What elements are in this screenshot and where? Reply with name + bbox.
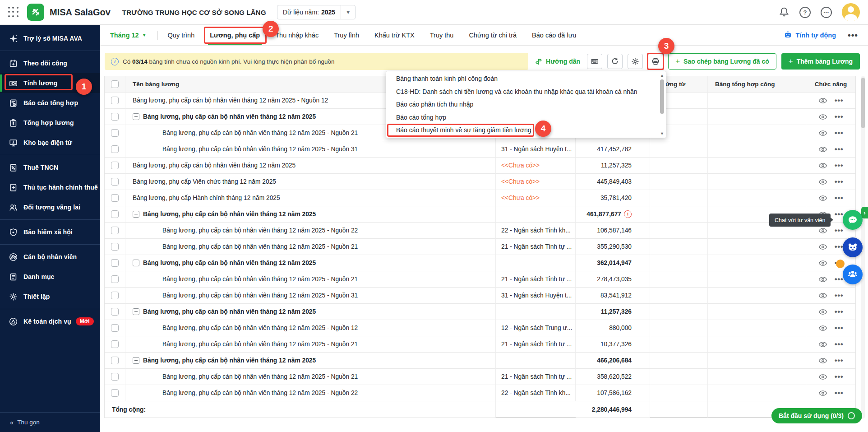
- row-checkbox[interactable]: [111, 97, 119, 104]
- row-more-icon[interactable]: •••: [835, 293, 843, 298]
- menu-item-3[interactable]: Báo cáo tổng hợp: [386, 111, 666, 124]
- row-more-icon[interactable]: •••: [835, 180, 843, 184]
- row-checkbox[interactable]: [111, 373, 119, 381]
- table-row-3[interactable]: Bảng lương, phụ cấp cán bộ nhân viên thá…: [105, 141, 855, 158]
- row-more-icon[interactable]: •••: [835, 391, 843, 395]
- collapse-minus-icon[interactable]: [133, 308, 139, 315]
- table-row-7[interactable]: Bảng lương, phụ cấp cán bộ nhân viên thá…: [105, 206, 855, 223]
- tab-5[interactable]: Truy thu: [430, 26, 454, 44]
- table-row-15[interactable]: Bảng lương, phụ cấp cán bộ nhân viên thá…: [105, 336, 855, 353]
- row-checkbox[interactable]: [111, 389, 119, 397]
- menu-scrollbar[interactable]: ▲ ▼: [659, 73, 665, 136]
- user-avatar[interactable]: [842, 3, 860, 21]
- sidebar-item-2[interactable]: Tính lương1: [0, 73, 100, 93]
- view-eye-icon[interactable]: [818, 130, 827, 136]
- row-more-icon[interactable]: •••: [835, 310, 843, 314]
- menu-item-4[interactable]: Báo cáo thuyết minh về sự tăng giảm tiền…: [386, 124, 666, 137]
- menu-item-0[interactable]: Bảng thanh toán kinh phí công đoàn: [386, 72, 666, 85]
- copy-payroll-button[interactable]: + Sao chép bảng Lương đã có: [668, 53, 776, 70]
- scroll-up-icon[interactable]: ▲: [659, 73, 665, 78]
- table-row-14[interactable]: Bảng lương, phụ cấp cán bộ nhân viên thá…: [105, 320, 855, 336]
- row-more-icon[interactable]: •••: [835, 98, 843, 103]
- view-eye-icon[interactable]: [818, 228, 827, 234]
- row-checkbox[interactable]: [111, 162, 119, 169]
- table-row-6[interactable]: Bảng lương, phụ cấp Hành chính tháng 12 …: [105, 190, 855, 206]
- chat-support-button[interactable]: [843, 210, 863, 230]
- tab-overflow-icon[interactable]: •••: [848, 30, 858, 40]
- view-eye-icon[interactable]: [818, 276, 827, 283]
- sidebar-item-6[interactable]: Thuế TNCN: [0, 158, 100, 177]
- tab-7[interactable]: Báo cáo đã lưu: [532, 26, 576, 44]
- view-eye-icon[interactable]: [818, 146, 827, 153]
- sidebar-item-7[interactable]: Thủ tục hành chính thuế: [0, 177, 100, 197]
- view-eye-icon[interactable]: [818, 260, 827, 266]
- row-more-icon[interactable]: •••: [835, 358, 843, 363]
- notification-bell-icon[interactable]: [779, 7, 790, 18]
- start-using-button[interactable]: Bắt đầu sử dụng (0/3): [771, 408, 862, 423]
- view-eye-icon[interactable]: [818, 293, 827, 299]
- tab-1[interactable]: Lương, phụ cấp2: [210, 26, 260, 44]
- table-row-16[interactable]: Bảng lương, phụ cấp cán bộ nhân viên thá…: [105, 353, 855, 369]
- sidebar-item-11[interactable]: Danh mục: [0, 267, 100, 287]
- guide-button[interactable]: Hướng dẫn: [535, 58, 580, 65]
- expand-panel-tab[interactable]: ›: [861, 207, 868, 218]
- row-more-icon[interactable]: •••: [835, 163, 843, 168]
- sidebar-item-5[interactable]: Kho bạc điện tử: [0, 133, 100, 153]
- sidebar-item-0[interactable]: Trợ lý số MISA AVA: [0, 28, 100, 48]
- scroll-down-icon[interactable]: ▼: [659, 131, 665, 136]
- row-checkbox[interactable]: [111, 194, 119, 202]
- ava-bot-button[interactable]: [843, 237, 863, 257]
- table-row-10[interactable]: Bảng lương, phụ cấp cán bộ nhân viên thá…: [105, 255, 855, 271]
- row-checkbox[interactable]: [111, 113, 119, 121]
- sidebar-item-10[interactable]: Cán bộ nhân viên: [0, 247, 100, 267]
- tab-3[interactable]: Truy lĩnh: [334, 26, 359, 44]
- view-eye-icon[interactable]: [818, 114, 827, 120]
- row-checkbox[interactable]: [111, 210, 119, 218]
- view-eye-icon[interactable]: [818, 98, 827, 104]
- settings-button[interactable]: [628, 54, 643, 69]
- more-options-icon[interactable]: ⋯: [821, 7, 832, 18]
- row-checkbox[interactable]: [111, 357, 119, 364]
- view-eye-icon[interactable]: [818, 341, 827, 348]
- menu-item-2[interactable]: Báo cáo phân tích thu nhập: [386, 98, 666, 111]
- refresh-button[interactable]: [607, 54, 623, 69]
- row-more-icon[interactable]: •••: [835, 115, 843, 119]
- menu-item-1[interactable]: C18-HD: Danh sách chi tiền lương và các …: [386, 85, 666, 98]
- view-eye-icon[interactable]: [818, 309, 827, 315]
- row-checkbox[interactable]: [111, 340, 119, 348]
- collapse-minus-icon[interactable]: [133, 260, 139, 266]
- collapse-minus-icon[interactable]: [133, 211, 139, 218]
- sidebar-item-3[interactable]: Báo cáo tổng hợp: [0, 93, 100, 113]
- view-eye-icon[interactable]: [818, 358, 827, 364]
- sidebar-item-12[interactable]: Thiết lập: [0, 287, 100, 307]
- row-checkbox[interactable]: [111, 292, 119, 299]
- view-eye-icon[interactable]: [818, 390, 827, 396]
- row-more-icon[interactable]: •••: [835, 326, 843, 330]
- tab-4[interactable]: Khấu trừ KTX: [374, 26, 415, 44]
- tab-6[interactable]: Chứng từ chi trả: [469, 26, 517, 44]
- select-all-checkbox[interactable]: [111, 80, 119, 88]
- table-row-11[interactable]: Bảng lương, phụ cấp cán bộ nhân viên thá…: [105, 271, 855, 288]
- add-payroll-button[interactable]: + Thêm bảng Lương: [781, 53, 860, 70]
- collapse-minus-icon[interactable]: [133, 357, 139, 364]
- row-checkbox[interactable]: [111, 275, 119, 283]
- view-eye-icon[interactable]: [818, 179, 827, 185]
- tab-0[interactable]: Quy trình: [168, 26, 195, 44]
- sidebar-collapse-button[interactable]: « Thu gọn: [0, 412, 100, 432]
- table-row-17[interactable]: Bảng lương, phụ cấp cán bộ nhân viên thá…: [105, 369, 855, 385]
- sidebar-item-13[interactable]: Kế toán dịch vụMới: [0, 311, 100, 331]
- row-more-icon[interactable]: •••: [835, 212, 843, 217]
- row-checkbox[interactable]: [111, 227, 119, 234]
- row-more-icon[interactable]: •••: [835, 228, 843, 233]
- view-eye-icon[interactable]: [818, 195, 827, 201]
- row-more-icon[interactable]: •••: [835, 375, 843, 379]
- row-checkbox[interactable]: [111, 259, 119, 267]
- month-selector[interactable]: Tháng 12 ▼: [110, 32, 147, 39]
- row-more-icon[interactable]: •••: [835, 342, 843, 347]
- table-row-13[interactable]: Bảng lương, phụ cấp cán bộ nhân viên thá…: [105, 304, 855, 320]
- auto-calc-button[interactable]: Tính tự động: [784, 31, 836, 39]
- app-launcher-icon[interactable]: [8, 7, 19, 18]
- tab-2[interactable]: Thu nhập khác: [275, 26, 319, 44]
- table-row-4[interactable]: Bảng lương, phụ cấp cán bộ nhân viên thá…: [105, 158, 855, 174]
- view-eye-icon[interactable]: [818, 325, 827, 331]
